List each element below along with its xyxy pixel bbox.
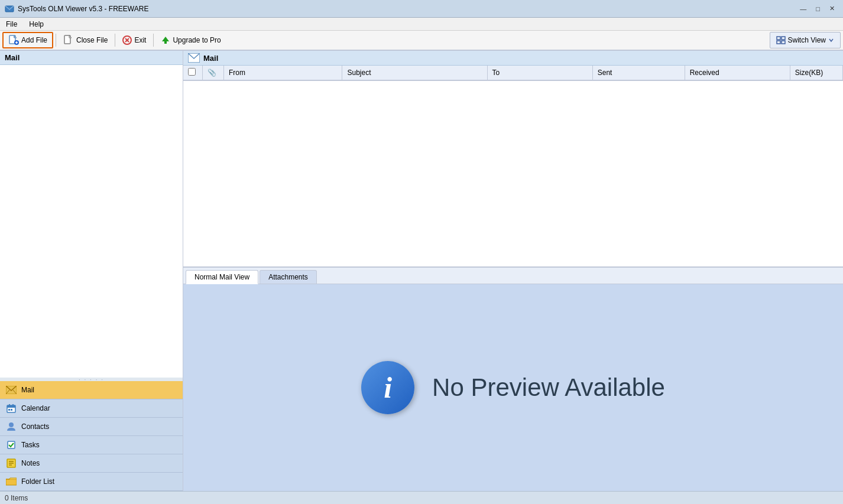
- app-icon: [5, 4, 14, 14]
- col-header-sent[interactable]: Sent: [592, 66, 685, 80]
- nav-label-folder-list: Folder List: [21, 477, 54, 486]
- title-bar: SysTools OLM Viewer v5.3 - FREEWARE — □ …: [0, 0, 843, 18]
- sidebar-header: Mail: [0, 51, 183, 65]
- menu-bar: File Help: [0, 18, 843, 31]
- nav-item-mail[interactable]: Mail: [0, 381, 183, 399]
- upgrade-icon: [161, 35, 170, 45]
- nav-label-contacts: Contacts: [21, 422, 49, 431]
- title-left: SysTools OLM Viewer v5.3 - FREEWARE: [5, 4, 148, 14]
- close-file-icon: [63, 35, 74, 45]
- nav-label-mail: Mail: [21, 386, 34, 394]
- mail-header-icon: [188, 53, 200, 63]
- mail-panel-title: Mail: [203, 54, 218, 63]
- add-file-icon: [8, 35, 19, 45]
- content-area: Mail 📎 From Subject To Sent Received: [183, 51, 843, 491]
- upgrade-label: Upgrade to Pro: [173, 36, 221, 44]
- svg-rect-19: [7, 405, 15, 408]
- nav-label-notes: Notes: [21, 459, 40, 467]
- mail-header: Mail: [183, 51, 843, 66]
- col-header-from[interactable]: From: [223, 66, 342, 80]
- contacts-icon: [6, 421, 17, 432]
- nav-item-contacts[interactable]: Contacts: [0, 418, 183, 436]
- tab-normal-mail-view[interactable]: Normal Mail View: [186, 270, 258, 284]
- tasks-icon: [6, 440, 17, 450]
- email-table: 📎 From Subject To Sent Received Size(KB): [183, 66, 843, 81]
- col-header-attach[interactable]: 📎: [203, 66, 224, 80]
- email-table-container[interactable]: 📎 From Subject To Sent Received Size(KB): [183, 66, 843, 266]
- svg-marker-10: [162, 37, 169, 44]
- separator-3: [153, 34, 154, 47]
- select-all-checkbox[interactable]: [188, 68, 196, 76]
- col-header-check[interactable]: [183, 66, 203, 80]
- main-area: Mail Mail: [0, 51, 843, 491]
- svg-rect-25: [8, 441, 15, 448]
- switch-view-button[interactable]: Switch View: [770, 32, 841, 48]
- folder-list-icon: [6, 476, 17, 487]
- nav-item-notes[interactable]: Notes: [0, 454, 183, 473]
- toolbar-buttons: Add File Close File Exit Upgrade to: [2, 32, 226, 48]
- tabs-bar: Normal Mail View Attachments: [183, 268, 843, 284]
- switch-view-icon: [776, 35, 786, 45]
- svg-rect-23: [11, 409, 12, 411]
- maximize-button[interactable]: □: [812, 4, 823, 14]
- chevron-down-icon: [828, 37, 834, 43]
- menu-file[interactable]: File: [0, 19, 23, 30]
- col-header-received[interactable]: Received: [685, 66, 790, 80]
- svg-point-24: [9, 422, 14, 427]
- sidebar-tree[interactable]: [0, 65, 183, 378]
- svg-rect-13: [777, 41, 780, 44]
- add-file-label: Add File: [21, 36, 47, 44]
- col-header-size[interactable]: Size(KB): [790, 66, 842, 80]
- notes-icon: [6, 458, 17, 469]
- status-bar: 0 Items: [0, 491, 843, 504]
- info-icon: [361, 361, 414, 414]
- nav-items: Mail Calendar: [0, 381, 183, 491]
- separator-2: [115, 34, 115, 47]
- exit-icon: [122, 35, 132, 45]
- mail-icon: [6, 385, 17, 395]
- nav-item-tasks[interactable]: Tasks: [0, 436, 183, 454]
- nav-label-tasks: Tasks: [21, 441, 40, 449]
- calendar-icon: [6, 403, 17, 414]
- close-file-button[interactable]: Close File: [59, 32, 112, 48]
- svg-rect-11: [777, 37, 780, 40]
- no-preview-text: No Preview Available: [432, 373, 665, 402]
- nav-item-calendar[interactable]: Calendar: [0, 399, 183, 418]
- separator-1: [56, 34, 56, 47]
- window-controls: — □ ✕: [796, 4, 838, 14]
- sidebar: Mail Mail: [0, 51, 183, 491]
- menu-help[interactable]: Help: [23, 19, 50, 30]
- nav-label-calendar: Calendar: [21, 404, 50, 412]
- add-file-button[interactable]: Add File: [2, 32, 53, 48]
- upgrade-button[interactable]: Upgrade to Pro: [156, 32, 225, 48]
- svg-rect-14: [782, 41, 785, 44]
- col-header-subject[interactable]: Subject: [342, 66, 487, 80]
- minimize-button[interactable]: —: [796, 4, 810, 14]
- switch-view-label: Switch View: [788, 36, 826, 44]
- window-title: SysTools OLM Viewer v5.3 - FREEWARE: [18, 5, 148, 13]
- preview-area: No Preview Available: [183, 284, 843, 491]
- exit-button[interactable]: Exit: [118, 32, 151, 48]
- close-file-label: Close File: [76, 36, 108, 44]
- toolbar: Add File Close File Exit Upgrade to: [0, 31, 843, 51]
- item-count: 0 Items: [5, 494, 28, 502]
- col-header-to[interactable]: To: [487, 66, 592, 80]
- nav-item-folder-list[interactable]: Folder List: [0, 473, 183, 491]
- tab-attachments[interactable]: Attachments: [260, 270, 317, 284]
- close-button[interactable]: ✕: [826, 4, 838, 14]
- svg-rect-22: [8, 409, 10, 411]
- bottom-panel: Normal Mail View Attachments No Preview …: [183, 266, 843, 491]
- svg-rect-12: [782, 37, 785, 40]
- exit-label: Exit: [134, 36, 146, 44]
- table-header-row: 📎 From Subject To Sent Received Size(KB): [183, 66, 843, 80]
